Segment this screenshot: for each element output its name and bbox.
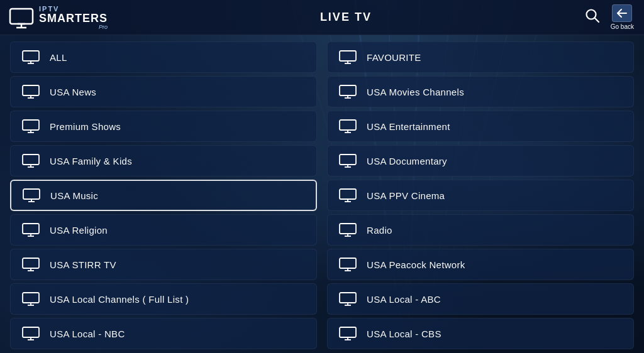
monitor-icon (339, 327, 357, 340)
svg-rect-67 (340, 258, 356, 268)
svg-rect-19 (23, 155, 39, 165)
svg-rect-51 (340, 120, 356, 130)
monitor-icon (339, 85, 357, 99)
go-back-label: Go back (611, 23, 634, 30)
menu-item-label: USA Local - ABC (367, 294, 441, 305)
menu-item-label: Radio (367, 225, 392, 236)
menu-item-label: USA Family & Kids (50, 156, 132, 166)
menu-item-usa-news[interactable]: USA News (10, 76, 317, 107)
header: IPTV SMARTERS Pro LIVE TV Go back (0, 0, 644, 35)
logo-text: IPTV SMARTERS Pro (39, 5, 108, 30)
menu-item-usa-local-full[interactable]: USA Local Channels ( Full List ) (10, 283, 317, 315)
menu-item-premium-shows[interactable]: Premium Shows (10, 111, 317, 142)
logo-pro-label: Pro (39, 24, 108, 30)
svg-rect-23 (23, 189, 40, 199)
logo-iptv-label: IPTV (39, 5, 108, 13)
svg-rect-71 (340, 293, 356, 303)
monitor-icon (339, 292, 357, 306)
left-column: ALL USA News Premium Shows US (10, 41, 322, 347)
menu-item-label: USA Local Channels ( Full List ) (50, 294, 189, 305)
svg-rect-55 (340, 155, 356, 165)
svg-rect-75 (340, 327, 356, 337)
menu-item-label: USA Documentary (367, 156, 447, 166)
monitor-icon (23, 188, 40, 202)
menu-item-label: ALL (50, 52, 67, 63)
header-title: LIVE TV (320, 11, 372, 24)
menu-item-label: USA Peacock Network (367, 259, 465, 270)
menu-item-label: USA Music (50, 190, 98, 201)
logo-tv-icon (8, 4, 35, 31)
menu-item-usa-local-abc[interactable]: USA Local - ABC (327, 283, 634, 315)
svg-rect-43 (340, 51, 356, 61)
menu-item-label: USA STIRR TV (50, 259, 116, 270)
menu-item-usa-documentary[interactable]: USA Documentary (327, 145, 634, 176)
go-back-icon (612, 4, 632, 22)
menu-item-label: USA Religion (50, 225, 108, 236)
menu-item-usa-peacock[interactable]: USA Peacock Network (327, 249, 634, 280)
menu-item-all[interactable]: ALL (10, 41, 317, 73)
monitor-icon (22, 327, 40, 340)
menu-item-usa-family-kids[interactable]: USA Family & Kids (10, 145, 317, 176)
menu-item-usa-entertainment[interactable]: USA Entertainment (327, 111, 634, 142)
menu-item-label: USA Entertainment (367, 121, 450, 132)
menu-item-usa-movies[interactable]: USA Movies Channels (327, 76, 634, 107)
menu-item-label: USA PPV Cinema (367, 190, 445, 201)
svg-rect-31 (23, 258, 39, 268)
monitor-icon (339, 50, 357, 64)
right-column: FAVOURITE USA Movies Channels USA Entert… (322, 41, 634, 347)
monitor-icon (22, 223, 40, 237)
monitor-icon (22, 50, 40, 64)
monitor-icon (22, 258, 40, 271)
menu-item-label: Premium Shows (50, 121, 121, 132)
menu-item-usa-ppv-cinema[interactable]: USA PPV Cinema (327, 180, 634, 211)
svg-rect-59 (340, 189, 356, 199)
menu-item-usa-religion[interactable]: USA Religion (10, 214, 317, 246)
svg-rect-63 (340, 224, 356, 234)
svg-line-5 (594, 18, 599, 22)
svg-rect-35 (23, 293, 39, 303)
menu-item-label: USA Movies Channels (367, 87, 464, 97)
menu-item-label: USA Local - CBS (367, 329, 441, 339)
svg-rect-39 (23, 327, 39, 337)
menu-item-usa-local-cbs[interactable]: USA Local - CBS (327, 318, 634, 349)
logo-smarters-label: SMARTERS (39, 13, 108, 24)
svg-rect-47 (340, 85, 356, 95)
menu-item-usa-music[interactable]: USA Music (10, 180, 317, 211)
header-actions: Go back (584, 4, 634, 30)
svg-rect-0 (10, 9, 33, 24)
svg-rect-11 (23, 85, 39, 95)
menu-item-favourite[interactable]: FAVOURITE (327, 41, 634, 73)
monitor-icon (339, 154, 357, 168)
svg-rect-7 (23, 51, 39, 61)
monitor-icon (339, 119, 357, 133)
monitor-icon (22, 85, 40, 99)
main-content: ALL USA News Premium Shows US (0, 35, 644, 353)
menu-item-usa-stirr-tv[interactable]: USA STIRR TV (10, 249, 317, 280)
logo: IPTV SMARTERS Pro (8, 4, 108, 31)
menu-item-label: USA News (50, 87, 96, 97)
svg-rect-15 (23, 120, 39, 130)
monitor-icon (22, 119, 40, 133)
search-button[interactable] (584, 8, 601, 28)
monitor-icon (22, 154, 40, 168)
menu-item-usa-local-nbc[interactable]: USA Local - NBC (10, 318, 317, 349)
monitor-icon (339, 188, 357, 202)
monitor-icon (339, 223, 357, 237)
menu-item-radio[interactable]: Radio (327, 214, 634, 246)
menu-item-label: FAVOURITE (367, 52, 421, 63)
monitor-icon (22, 292, 40, 306)
go-back-button[interactable]: Go back (611, 4, 634, 30)
monitor-icon (339, 258, 357, 271)
menu-item-label: USA Local - NBC (50, 329, 125, 339)
svg-rect-27 (23, 224, 39, 234)
